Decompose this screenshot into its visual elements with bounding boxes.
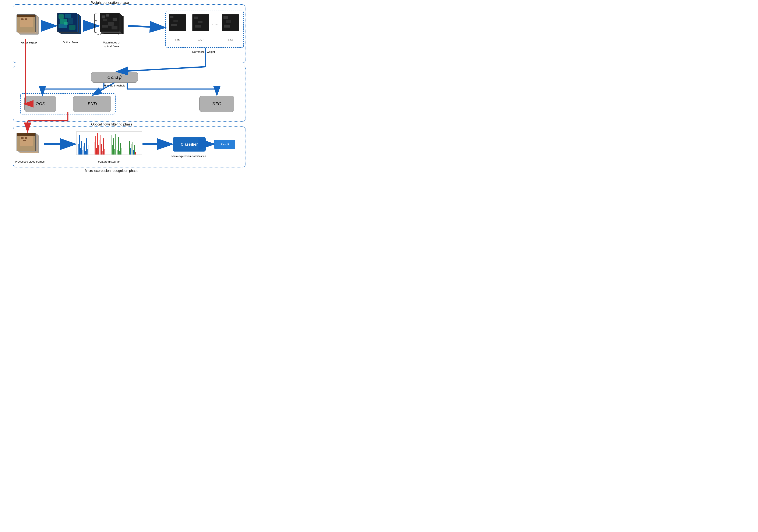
video-frames-label: Vedio frames [17,41,42,45]
magnitudes-label: Magnitudes ofoptical flows [97,41,126,48]
h-label: H [95,19,97,22]
feature-histogram [76,131,142,155]
video-frames-group [17,15,42,39]
filtering-threshold-label: Filtering threshold [91,84,138,87]
result-text: Result [221,143,229,146]
weight-generation-label: Weight generation phase [91,1,129,5]
neg-box: NEG [199,96,234,112]
optical-flows-label: Optical flows [55,41,85,44]
neg-text: NEG [212,101,222,107]
bnd-text: BND [87,101,97,107]
classifier-box: Classifier [173,137,206,151]
processed-video-frames [17,133,42,157]
weight-val-2: 0.427 [192,38,209,41]
result-box: Result [214,140,235,149]
magnitudes-group [100,13,127,39]
recognition-phase-label: Micro-expression recognition phase [85,169,138,173]
pos-box: POS [24,96,56,112]
weight-val-3: 0.809 [222,38,239,41]
bnd-box: BND [73,96,111,112]
normalized-weight-box: 0.631 0.427 …… 0.809 [165,11,244,48]
alpha-beta-text: α and β [108,74,122,80]
w-label: W [96,33,99,36]
ellipsis: …… [212,22,220,26]
normalized-weight-label: Normalized weight [182,50,225,53]
processed-video-label: Processed video frames [15,160,45,163]
filtering-phase-label: Optical flows filtering phase [91,122,132,126]
optical-flows-group [57,13,85,39]
classifier-text: Classifier [181,142,198,147]
diagram-container: Weight generation phase Optical flows fi… [0,0,252,177]
feature-histogram-label: Feature histogram [76,160,142,163]
alpha-beta-box: α and β [91,72,138,83]
weight-val-1: 0.631 [169,38,186,41]
pos-text: POS [36,101,45,107]
micro-expression-label: Micro-expression classification [165,155,212,158]
